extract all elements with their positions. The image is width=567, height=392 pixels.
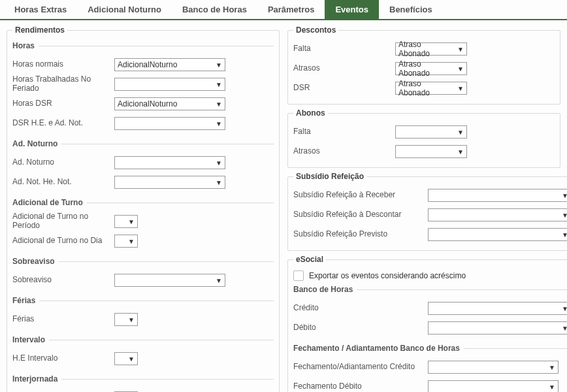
ad-not-he-not-select[interactable]: ▼ — [114, 176, 225, 189]
horas-group: Horas Horas normais AdicionalNoturno ▼ H… — [12, 41, 274, 137]
descontos-falta-label: Falta — [293, 44, 391, 54]
ad-noturno-label: Ad. Noturno — [12, 158, 110, 167]
descontos-dsr-select[interactable]: Atraso Abonado ▼ — [395, 82, 467, 95]
sobreaviso-legend: Sobreaviso — [12, 257, 59, 266]
chevron-down-icon: ▼ — [216, 159, 222, 167]
descontos-group: Descontos Falta Atraso Abonado ▼ Atrasos… — [287, 25, 560, 105]
chevron-down-icon: ▼ — [562, 305, 567, 312]
rendimentos-group: Rendimentos Horas Horas normais Adiciona… — [7, 25, 280, 392]
interjornada-group: Interjornada H.E Interjornada ▼ — [12, 374, 274, 392]
subsidio-previsto-label: Subsídio Refeição Previsto — [293, 230, 424, 239]
chevron-down-icon: ▼ — [216, 101, 222, 108]
ferias-legend: Férias — [12, 296, 39, 305]
banco-horas-credito-select[interactable]: ▼ — [428, 302, 567, 315]
abonos-atrasos-select[interactable]: ▼ — [395, 145, 467, 158]
interjornada-legend: Interjornada — [12, 374, 61, 384]
descontos-falta-value: Atraso Abonado — [398, 40, 453, 58]
tab-adicional-noturno[interactable]: Adicional Noturno — [77, 0, 172, 19]
chevron-down-icon: ▼ — [128, 316, 135, 323]
tab-horas-extras[interactable]: Horas Extras — [4, 0, 77, 19]
horas-normais-label: Horas normais — [12, 60, 110, 69]
tab-banco-de-horas[interactable]: Banco de Horas — [172, 0, 257, 19]
rendimentos-legend: Rendimentos — [12, 25, 67, 35]
chevron-down-icon: ▼ — [457, 85, 464, 92]
fechamento-debito-label: Fechamento Débito — [293, 382, 424, 391]
esocial-banco-horas-legend: Banco de Horas — [293, 285, 357, 294]
abonos-legend: Abonos — [293, 108, 328, 118]
adicional-turno-dia-select[interactable]: ▼ — [114, 235, 138, 248]
subsidio-receber-select[interactable]: ▼ — [428, 189, 567, 202]
abonos-falta-select[interactable]: ▼ — [395, 125, 467, 139]
adicional-turno-periodo-label: Adicional de Turno no Período — [12, 212, 110, 231]
ferias-select[interactable]: ▼ — [114, 313, 138, 326]
banco-horas-credito-label: Crédito — [293, 304, 424, 313]
esocial-group: eSocial Exportar os eventos considerando… — [287, 255, 567, 392]
dsr-he-adnot-label: DSR H.E. e Ad. Not. — [12, 119, 110, 128]
tab-bar: Horas Extras Adicional Noturno Banco de … — [0, 0, 567, 20]
descontos-atrasos-value: Atraso Abonado — [398, 59, 453, 78]
adicional-turno-dia-label: Adicional de Turno no Dia — [12, 237, 110, 246]
sobreaviso-group: Sobreaviso Sobreaviso ▼ — [12, 257, 274, 293]
fechamento-debito-select[interactable]: ▼ — [428, 380, 559, 392]
intervalo-group: Intervalo H.E Intervalo ▼ — [12, 335, 274, 372]
esocial-legend: eSocial — [293, 255, 326, 264]
chevron-down-icon: ▼ — [457, 129, 464, 136]
horas-dsr-label: Horas DSR — [12, 99, 110, 108]
exportar-eventos-checkbox[interactable] — [293, 270, 304, 281]
descontos-dsr-label: DSR — [293, 84, 391, 93]
sobreaviso-label: Sobreaviso — [12, 276, 110, 285]
abonos-falta-label: Falta — [293, 127, 391, 137]
chevron-down-icon: ▼ — [216, 277, 222, 284]
chevron-down-icon: ▼ — [549, 384, 555, 391]
chevron-down-icon: ▼ — [216, 61, 222, 69]
tab-beneficios[interactable]: Benefícios — [379, 0, 443, 19]
chevron-down-icon: ▼ — [562, 231, 567, 238]
esocial-fechamento-legend: Fechamento / Adiantamento Banco de Horas — [293, 344, 464, 353]
subsidio-previsto-select[interactable]: ▼ — [428, 228, 567, 241]
sobreaviso-select[interactable]: ▼ — [114, 274, 225, 287]
chevron-down-icon: ▼ — [562, 212, 567, 219]
adicional-turno-periodo-select[interactable]: ▼ — [114, 215, 138, 228]
chevron-down-icon: ▼ — [216, 179, 222, 186]
ferias-group: Férias Férias ▼ — [12, 296, 274, 333]
subsidio-group: Subsídio Refeição Subsídio Refeição à Re… — [287, 172, 567, 251]
chevron-down-icon: ▼ — [128, 355, 135, 363]
horas-dsr-select[interactable]: AdicionalNoturno ▼ — [114, 97, 225, 110]
chevron-down-icon: ▼ — [216, 81, 222, 88]
horas-trabalhadas-feriado-select[interactable]: ▼ — [114, 78, 225, 91]
chevron-down-icon: ▼ — [457, 46, 464, 53]
descontos-dsr-value: Atraso Abonado — [398, 79, 453, 97]
he-intervalo-select[interactable]: ▼ — [114, 352, 138, 365]
horas-legend: Horas — [12, 41, 39, 50]
exportar-eventos-label: Exportar os eventos considerando acrésci… — [309, 271, 466, 280]
tab-eventos[interactable]: Eventos — [325, 0, 379, 19]
ad-noturno-select[interactable]: ▼ — [114, 156, 225, 169]
chevron-down-icon: ▼ — [216, 120, 222, 127]
chevron-down-icon: ▼ — [128, 218, 135, 225]
tab-parametros[interactable]: Parâmetros — [257, 0, 325, 19]
descontos-atrasos-select[interactable]: Atraso Abonado ▼ — [395, 62, 467, 75]
ad-noturno-legend: Ad. Noturno — [12, 139, 61, 148]
fechamento-credito-select[interactable]: ▼ — [428, 361, 559, 374]
intervalo-legend: Intervalo — [12, 335, 49, 344]
fechamento-credito-label: Fechamento/Adiantamento Crédito — [293, 363, 424, 372]
adicional-turno-legend: Adicional de Turno — [12, 198, 87, 207]
banco-horas-debito-select[interactable]: ▼ — [428, 321, 567, 335]
adicional-turno-group: Adicional de Turno Adicional de Turno no… — [12, 198, 274, 254]
subsidio-descontar-select[interactable]: ▼ — [428, 208, 567, 221]
horas-normais-select[interactable]: AdicionalNoturno ▼ — [114, 58, 225, 71]
descontos-falta-select[interactable]: Atraso Abonado ▼ — [395, 42, 467, 56]
descontos-legend: Descontos — [293, 25, 338, 35]
subsidio-descontar-label: Subsídio Refeição à Descontar — [293, 210, 424, 220]
ad-noturno-group: Ad. Noturno Ad. Noturno ▼ Ad. Not. He. N… — [12, 139, 274, 195]
chevron-down-icon: ▼ — [562, 192, 567, 199]
horas-normais-value: AdicionalNoturno — [118, 60, 177, 69]
horas-trabalhadas-feriado-label: Horas Trabalhadas No Feriado — [12, 75, 110, 93]
banco-horas-debito-label: Débito — [293, 323, 424, 333]
dsr-he-adnot-select[interactable]: ▼ — [114, 117, 225, 130]
subsidio-legend: Subsídio Refeição — [293, 172, 366, 181]
ferias-label: Férias — [12, 315, 110, 324]
chevron-down-icon: ▼ — [562, 325, 567, 332]
subsidio-receber-label: Subsídio Refeição à Receber — [293, 191, 424, 200]
descontos-atrasos-label: Atrasos — [293, 64, 391, 73]
